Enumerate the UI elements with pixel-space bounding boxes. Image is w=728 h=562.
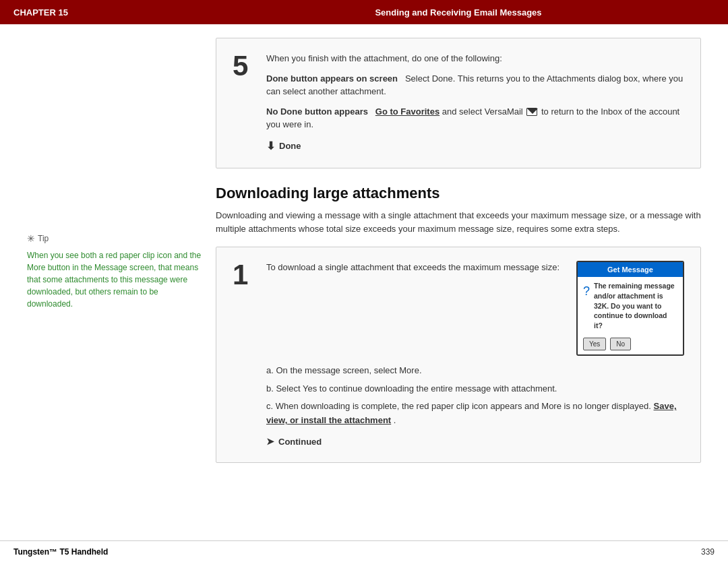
done-arrow-icon: ⬇ [266,138,275,154]
step1-item-c-end: . [394,415,396,425]
step1-number: 1 [233,261,253,449]
step1-item-b: b. Select Yes to continue downloading th… [266,382,684,396]
step1-intro: To download a single attachment that exc… [266,261,566,274]
step1-content: To download a single attachment that exc… [266,261,684,449]
chapter-label: CHAPTER 15 [13,7,202,18]
versaMail-icon [526,108,537,116]
step5-option2-after: and select VersaMail [442,106,526,117]
tip-body: When you see both a red paper clip icon … [27,249,202,310]
tip-section: ✳ Tip When you see both a red paper clip… [27,233,202,310]
step1-items: a. On the message screen, select More. b… [266,364,684,428]
dialog-message: The remaining message and/or attachment … [594,281,677,330]
step1-item-a: a. On the message screen, select More. [266,364,684,378]
sidebar: ✳ Tip When you see both a red paper clip… [0,24,216,540]
dialog-no-button[interactable]: No [610,338,631,350]
step5-option1-label: Done button appears on screen [266,73,398,84]
step5-goto-favorites: Go to Favorites [375,106,439,117]
done-label: Done [279,139,301,153]
step5-content: When you finish with the attachment, do … [266,52,684,154]
dialog-body: ? The remaining message and/or attachmen… [578,277,683,334]
footer-brand: Tungsten™ T5 Handheld [13,547,108,557]
continued-label: Continued [278,435,322,449]
chapter-title: Sending and Receiving Email Messages [202,7,715,18]
dialog-titlebar: Get Message [578,262,683,278]
continued-line: ➤ Continued [266,435,684,449]
footer-page: 339 [701,547,715,557]
get-message-dialog: Get Message ? The remaining message and/… [576,261,684,356]
page-header: CHAPTER 15 Sending and Receiving Email M… [0,0,728,24]
continued-arrow-icon: ➤ [266,435,274,449]
step5-option1: Done button appears on screen Select Don… [266,72,684,98]
main-content: 5 When you finish with the attachment, d… [216,24,728,540]
step5-option2-label: No Done button appears [266,106,368,117]
section-desc: Downloading and viewing a message with a… [216,209,701,236]
step5-intro: When you finish with the attachment, do … [266,52,684,65]
dialog-yes-button[interactable]: Yes [583,338,606,350]
step1-box: 1 To download a single attachment that e… [216,247,701,463]
done-line: ⬇ Done [266,138,684,154]
step5-number: 5 [233,52,253,154]
step5-box: 5 When you finish with the attachment, d… [216,38,701,168]
dialog-buttons: Yes No [578,335,683,354]
step1-item-c-before: c. When downloading is complete, the red… [266,401,651,411]
dialog-question-icon: ? [583,282,590,330]
step1-top: To download a single attachment that exc… [266,261,684,356]
step5-option2: No Done button appears Go to Favorites a… [266,105,684,131]
content-area: ✳ Tip When you see both a red paper clip… [0,24,728,540]
step1-item-c: c. When downloading is complete, the red… [266,400,684,428]
section-heading: Downloading large attachments [216,185,701,202]
page-footer: Tungsten™ T5 Handheld 339 [0,540,728,562]
tip-asterisk: ✳ [27,233,35,244]
tip-label: ✳ Tip [27,233,202,244]
step1-text-left: To download a single attachment that exc… [266,261,566,356]
